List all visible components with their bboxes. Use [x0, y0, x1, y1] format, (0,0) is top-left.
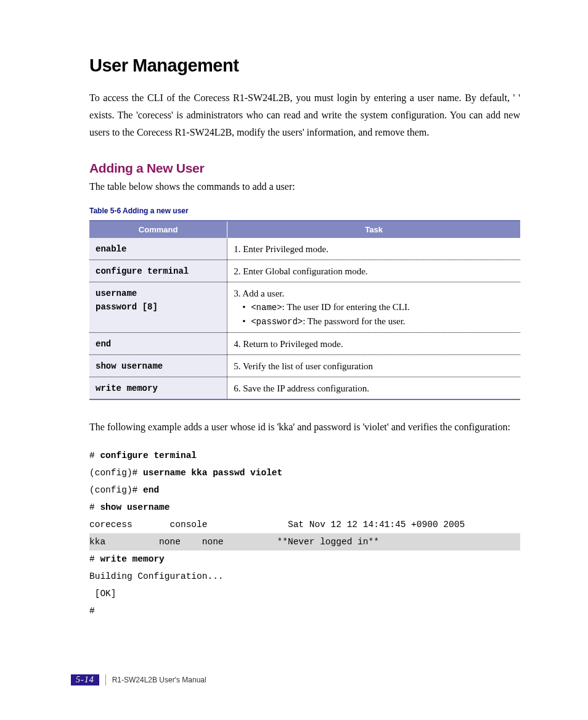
- cli-line: Building Configuration...: [89, 568, 520, 585]
- cli-line: kka none none **Never logged in**: [89, 533, 520, 550]
- intro-paragraph: To access the CLI of the Corecess R1-SW2…: [89, 89, 520, 141]
- cli-line: #: [89, 602, 520, 620]
- command-cell: username password [8]: [89, 282, 227, 333]
- table-row: configure terminal2. Enter Global config…: [89, 260, 520, 282]
- table-header-command: Command: [89, 221, 227, 238]
- task-cell: 3. Add a user.<name>: The user ID for en…: [227, 282, 520, 333]
- task-cell: 6. Save the IP address configuration.: [227, 377, 520, 400]
- task-cell: 2. Enter Global configuration mode.: [227, 260, 520, 282]
- command-cell: write memory: [89, 377, 227, 400]
- table-row: username password [8]3. Add a user.<name…: [89, 282, 520, 333]
- cli-line: # show username: [89, 499, 520, 516]
- table-row: end4. Return to Privileged mode.: [89, 333, 520, 355]
- command-cell: show username: [89, 355, 227, 377]
- page-footer: 5-14 R1-SW24L2B User's Manual: [71, 674, 206, 685]
- cli-line: (config)# end: [89, 481, 520, 499]
- example-intro: The following example adds a user whose …: [89, 419, 520, 436]
- cli-line: [OK]: [89, 585, 520, 602]
- table-row: show username5. Verify the list of user …: [89, 355, 520, 377]
- table-caption: Table 5-6 Adding a new user: [89, 207, 520, 215]
- cli-line: # configure terminal: [89, 447, 520, 464]
- page: User Management To access the CLI of the…: [0, 0, 588, 720]
- command-cell: configure terminal: [89, 260, 227, 282]
- table-row: write memory6. Save the IP address confi…: [89, 377, 520, 400]
- task-cell: 4. Return to Privileged mode.: [227, 333, 520, 355]
- task-cell: 1. Enter Privileged mode.: [227, 238, 520, 260]
- footer-separator: [105, 674, 106, 685]
- cli-line: (config)# username kka passwd violet: [89, 464, 520, 481]
- cli-line: # write memory: [89, 550, 520, 568]
- task-cell: 5. Verify the list of user configuration: [227, 355, 520, 377]
- command-table: Command Task enable1. Enter Privileged m…: [89, 220, 520, 400]
- cli-line: corecess console Sat Nov 12 12 14:41:45 …: [89, 516, 520, 533]
- page-title: User Management: [89, 55, 520, 76]
- section-intro: The table below shows the commands to ad…: [89, 179, 520, 194]
- cli-example: # configure terminal(config)# username k…: [89, 447, 520, 620]
- page-number-badge: 5-14: [71, 674, 99, 685]
- section-heading: Adding a New User: [89, 161, 520, 176]
- table-header-task: Task: [227, 221, 520, 238]
- command-cell: enable: [89, 238, 227, 260]
- command-cell: end: [89, 333, 227, 355]
- table-row: enable1. Enter Privileged mode.: [89, 238, 520, 260]
- footer-product: R1-SW24L2B User's Manual: [112, 676, 206, 684]
